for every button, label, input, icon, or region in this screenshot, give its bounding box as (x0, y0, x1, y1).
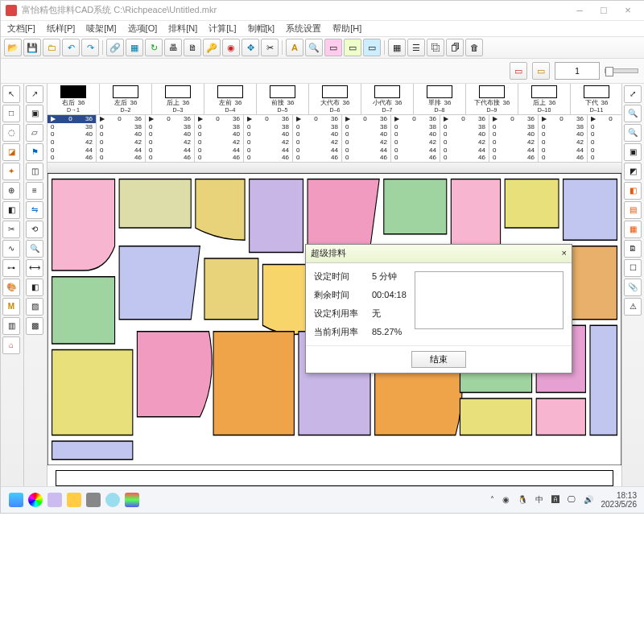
color-icon[interactable]: ◧ (26, 279, 43, 296)
strip-cell[interactable]: 下代布接36D–9 (466, 84, 518, 114)
wheel-icon[interactable]: ◉ (222, 39, 240, 56)
warn-icon[interactable]: ⚠ (624, 298, 642, 316)
dialog-close-button[interactable]: × (562, 248, 567, 258)
menu-item[interactable]: 系统设置 (286, 23, 321, 34)
m-icon[interactable]: M (2, 298, 20, 316)
menu-item[interactable]: 帮助[H] (332, 23, 361, 34)
redo-icon[interactable]: ↷ (81, 39, 99, 56)
close-button[interactable]: × (616, 2, 640, 19)
strip-cell[interactable]: 右后36D→1 (47, 84, 100, 114)
copy-icon[interactable]: ⿻ (427, 39, 444, 56)
trash-icon[interactable]: 🗑 (465, 39, 483, 56)
tray-qq-icon[interactable]: 🐧 (518, 495, 527, 505)
end-button[interactable]: 结束 (411, 351, 466, 368)
menu-item[interactable]: 计算[L] (208, 23, 236, 34)
z-icon[interactable]: ▨ (26, 298, 43, 316)
tray-up-icon[interactable]: ˄ (490, 495, 494, 505)
tray-ime-icon[interactable]: 中 (535, 495, 543, 505)
fit-icon[interactable]: ▣ (624, 143, 642, 161)
scale-combo[interactable] (555, 62, 600, 80)
menu-item[interactable]: 唛架[M] (86, 23, 116, 34)
refresh-icon[interactable]: ↻ (145, 39, 163, 56)
zoom-plus-icon[interactable]: ⊕ (2, 182, 20, 200)
save-icon[interactable]: 💾 (23, 39, 41, 56)
view-b-icon[interactable]: ▭ (532, 62, 550, 80)
cursor-icon[interactable]: ↖ (2, 85, 20, 103)
menu-item[interactable]: 文档[F] (7, 23, 35, 34)
strip-cell[interactable]: 左后36D–2 (100, 84, 152, 114)
app4-icon[interactable] (125, 493, 139, 507)
print-icon[interactable]: 🖶 (164, 39, 182, 56)
star-icon[interactable]: ✦ (2, 163, 20, 180)
zoom3-icon[interactable]: 🔍 (624, 124, 642, 142)
menu-item[interactable]: 排料[N] (168, 23, 197, 34)
menu-item[interactable]: 制帽[k] (248, 23, 275, 34)
start-icon[interactable] (9, 493, 23, 507)
strip-cell[interactable]: 后上36D–10 (518, 84, 571, 114)
maximize-button[interactable]: □ (592, 2, 616, 19)
ruler-icon[interactable]: ▱ (26, 124, 43, 142)
piece-icon[interactable]: ◪ (2, 143, 20, 161)
strip-cell[interactable]: 小代布36D–7 (361, 84, 414, 114)
arrow-icon[interactable]: ↗ (26, 85, 43, 103)
settings-icon[interactable] (86, 493, 101, 507)
zoom2-icon[interactable]: 🔍 (624, 105, 642, 122)
scissors-icon[interactable]: ✂ (261, 39, 279, 56)
key-icon[interactable]: 🔑 (203, 39, 221, 56)
export-icon[interactable]: ▥ (2, 317, 20, 335)
joint-icon[interactable]: ⊶ (2, 259, 20, 277)
rotate-icon[interactable]: ⟲ (26, 221, 43, 238)
panel-a-icon[interactable]: ▭ (324, 39, 342, 56)
home-icon[interactable]: ⌂ (2, 336, 20, 354)
menu-item[interactable]: 纸样[P] (47, 23, 75, 34)
preview-icon[interactable]: 🗎 (184, 39, 201, 56)
undo-icon[interactable]: ↶ (62, 39, 80, 56)
sel-icon[interactable]: ◩ (624, 163, 642, 180)
book-icon[interactable]: ▦ (624, 221, 642, 238)
curve-icon[interactable]: ∿ (2, 240, 20, 258)
stack-icon[interactable]: ◧ (624, 182, 642, 200)
strip-cell[interactable]: 下代36D–11 (571, 84, 621, 114)
layers-icon[interactable]: ☰ (407, 39, 425, 56)
minimize-button[interactable]: – (568, 2, 592, 19)
app2-icon[interactable] (47, 493, 62, 507)
zoom-slider[interactable] (605, 68, 638, 73)
doc-icon[interactable]: 🗍 (446, 39, 464, 56)
strip-cell[interactable]: 左前36D–4 (204, 84, 257, 114)
zoom-icon[interactable]: 🔍 (305, 39, 323, 56)
tool-a-icon[interactable]: ▦ (126, 39, 143, 56)
box-icon[interactable]: ▣ (26, 105, 43, 122)
doc2-icon[interactable]: 🗎 (624, 240, 642, 258)
strip-cell[interactable]: 前接36D–5 (257, 84, 309, 114)
marker-canvas[interactable]: 超级排料 × 设定时间 5 分钟 剩余时间 00:04:18 设定利用率 无 当… (47, 173, 621, 465)
tray-sync-icon[interactable]: ◉ (502, 495, 510, 505)
flag-icon[interactable]: ⚑ (26, 143, 43, 161)
move-icon[interactable]: ✥ (242, 39, 259, 56)
search-icon[interactable]: 🔍 (26, 240, 43, 258)
paint-icon[interactable]: ◧ (2, 201, 20, 219)
app3-icon[interactable] (105, 493, 120, 507)
strip-cell[interactable]: 大代布36D–6 (309, 84, 361, 114)
text-icon[interactable]: A (286, 39, 303, 56)
menu-item[interactable]: 选项[O] (128, 23, 158, 34)
link-icon[interactable]: 🔗 (106, 39, 124, 56)
note-icon[interactable]: ☐ (624, 259, 642, 277)
scroll-track[interactable] (56, 470, 613, 486)
group-icon[interactable]: ◫ (26, 163, 43, 180)
rect-icon[interactable]: □ (2, 105, 20, 122)
panel-b-icon[interactable]: ▭ (344, 39, 361, 56)
strip-cell[interactable]: 后上36D–3 (152, 84, 204, 114)
open-icon[interactable]: 📂 (4, 39, 22, 56)
app1-icon[interactable] (28, 493, 43, 507)
expand-icon[interactable]: ⤢ (624, 85, 642, 103)
explorer-icon[interactable] (67, 493, 81, 507)
panel-c-icon[interactable]: ▭ (363, 39, 381, 56)
cut-icon[interactable]: ✂ (2, 221, 20, 238)
clip-icon[interactable]: 📎 (624, 279, 642, 296)
view-a-icon[interactable]: ▭ (510, 62, 527, 80)
lasso-icon[interactable]: ◌ (2, 124, 20, 142)
folder-icon[interactable]: 🗀 (43, 39, 60, 56)
measure-icon[interactable]: ⟷ (26, 259, 43, 277)
tray-net-icon[interactable]: 🅰 (551, 495, 559, 505)
tray-volume-icon[interactable]: 🔊 (584, 495, 593, 505)
